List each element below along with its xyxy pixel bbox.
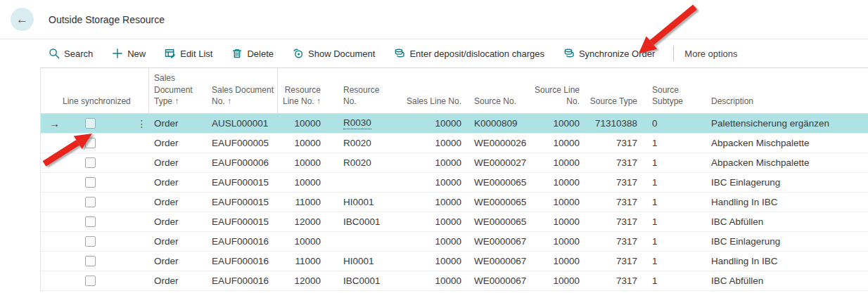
- description-cell[interactable]: IBC Einlagerung: [704, 232, 868, 251]
- resource-line-no-cell[interactable]: 12000: [278, 212, 324, 231]
- source-type-cell[interactable]: 7317: [583, 252, 641, 271]
- sales-document-type-cell[interactable]: Order: [149, 134, 208, 153]
- resource-line-no-cell[interactable]: 10000: [278, 173, 324, 192]
- source-no-cell[interactable]: WE0000065: [465, 212, 530, 231]
- row-ellipsis-icon[interactable]: ⋮: [134, 114, 149, 133]
- sales-line-no-cell[interactable]: 10000: [395, 271, 465, 290]
- sales-document-type-cell[interactable]: Order: [149, 193, 208, 212]
- table-row[interactable]: → ⋮ Order EAUF000006 10000 R0020 10000 W…: [41, 153, 868, 173]
- source-subtype-cell[interactable]: 1: [641, 134, 704, 153]
- source-subtype-cell[interactable]: 1: [641, 252, 704, 271]
- table-row[interactable]: → ⋮ Order AUSL000001 10000 R0030 10000 K…: [41, 114, 868, 134]
- sales-document-no-cell[interactable]: EAUF000016: [208, 232, 278, 251]
- sales-document-type-cell[interactable]: Order: [149, 114, 208, 133]
- sales-document-no-cell[interactable]: AUSL000001: [208, 114, 278, 133]
- source-type-cell[interactable]: 7317: [583, 271, 641, 290]
- line-synchronized-checkbox[interactable]: [85, 197, 96, 207]
- delete-button[interactable]: Delete: [230, 45, 275, 62]
- resource-no-cell[interactable]: IBC0001: [324, 271, 395, 290]
- line-synchronized-checkbox[interactable]: [85, 157, 96, 168]
- sales-line-no-cell[interactable]: 10000: [395, 114, 465, 133]
- table-row[interactable]: → ⋮ Order EAUF000005 10000 R0020 10000 W…: [41, 134, 868, 153]
- sales-document-type-cell[interactable]: Order: [149, 212, 208, 231]
- source-subtype-cell[interactable]: 1: [641, 153, 704, 172]
- source-subtype-cell[interactable]: 0: [641, 114, 704, 133]
- resource-no-cell[interactable]: R0020: [324, 134, 395, 153]
- source-no-cell[interactable]: WE0000067: [465, 271, 530, 290]
- back-button[interactable]: ←: [11, 8, 34, 31]
- description-cell[interactable]: Handling In IBC: [704, 252, 868, 271]
- sales-document-no-cell[interactable]: EAUF000015: [208, 212, 278, 231]
- header-source-line-no[interactable]: Source Line No.: [530, 68, 583, 113]
- header-source-subtype[interactable]: Source Subtype: [641, 68, 704, 113]
- table-row[interactable]: → ⋮ Order EAUF000016 10000 10000 WE00000…: [41, 232, 868, 252]
- source-type-cell[interactable]: 71310388: [583, 114, 641, 133]
- sales-line-no-cell[interactable]: 10000: [395, 173, 465, 192]
- header-resource-no[interactable]: Resource No.: [324, 68, 395, 113]
- sales-document-no-cell[interactable]: EAUF000015: [208, 173, 278, 192]
- description-cell[interactable]: IBC Einlagerung: [704, 173, 868, 192]
- sales-line-no-cell[interactable]: 10000: [395, 193, 465, 212]
- resource-no-cell[interactable]: R0020: [324, 153, 395, 172]
- sales-document-no-cell[interactable]: EAUF000006: [208, 153, 278, 172]
- sales-document-type-cell[interactable]: Order: [149, 271, 208, 290]
- source-type-cell[interactable]: 7317: [583, 212, 641, 231]
- header-source-no[interactable]: Source No.: [465, 68, 530, 113]
- source-line-no-cell[interactable]: 10000: [530, 134, 583, 153]
- source-type-cell[interactable]: 7317: [583, 232, 641, 251]
- sales-line-no-cell[interactable]: 10000: [395, 252, 465, 271]
- source-subtype-cell[interactable]: 1: [641, 212, 704, 231]
- more-options-button[interactable]: More options: [684, 48, 737, 59]
- line-synchronized-checkbox[interactable]: [85, 216, 96, 227]
- sales-document-no-cell[interactable]: EAUF000015: [208, 193, 278, 212]
- source-line-no-cell[interactable]: 10000: [530, 173, 583, 192]
- sales-document-type-cell[interactable]: Order: [149, 232, 208, 251]
- resource-line-no-cell[interactable]: 11000: [278, 193, 324, 212]
- resource-no-cell[interactable]: [324, 232, 395, 251]
- line-synchronized-checkbox[interactable]: [85, 276, 96, 286]
- sales-document-type-cell[interactable]: Order: [149, 173, 208, 192]
- source-subtype-cell[interactable]: 1: [641, 173, 704, 192]
- sales-document-type-cell[interactable]: Order: [149, 252, 208, 271]
- resource-line-no-cell[interactable]: 10000: [278, 114, 324, 133]
- description-cell[interactable]: Abpacken Mischpalette: [704, 153, 868, 172]
- resource-line-no-cell[interactable]: 10000: [278, 153, 324, 172]
- source-no-cell[interactable]: WE0000065: [465, 173, 530, 192]
- resource-no-cell[interactable]: R0030: [324, 114, 395, 133]
- resource-no-link[interactable]: HI0001: [343, 197, 374, 207]
- table-row[interactable]: → ⋮ Order EAUF000016 11000 HI0001 10000 …: [41, 252, 868, 271]
- header-resource-line-no[interactable]: Resource Line No. ↑: [278, 68, 324, 113]
- header-line-synchronized[interactable]: Line synchronized: [63, 68, 134, 113]
- resource-line-no-cell[interactable]: 12000: [278, 271, 324, 290]
- sales-document-no-cell[interactable]: EAUF000016: [208, 252, 278, 271]
- description-cell[interactable]: IBC Abfüllen: [704, 212, 868, 231]
- source-type-cell[interactable]: 7317: [583, 153, 641, 172]
- description-cell[interactable]: Abpacken Mischpalette: [704, 134, 868, 153]
- source-type-cell[interactable]: 7317: [583, 134, 641, 153]
- resource-no-cell[interactable]: [324, 173, 395, 192]
- line-synchronized-checkbox[interactable]: [85, 256, 96, 266]
- sales-line-no-cell[interactable]: 10000: [395, 153, 465, 172]
- sales-line-no-cell[interactable]: 10000: [395, 134, 465, 153]
- source-subtype-cell[interactable]: 1: [641, 271, 704, 290]
- search-button[interactable]: Search: [47, 45, 94, 62]
- source-no-cell[interactable]: K0000809: [465, 114, 530, 133]
- edit-list-button[interactable]: Edit List: [163, 45, 214, 62]
- table-row[interactable]: → ⋮ Order EAUF000016 12000 IBC0001 10000…: [41, 271, 868, 291]
- sales-line-no-cell[interactable]: 10000: [395, 232, 465, 251]
- sales-document-no-cell[interactable]: EAUF000016: [208, 271, 278, 290]
- description-cell[interactable]: Palettensicherung ergänzen: [704, 114, 868, 133]
- source-subtype-cell[interactable]: 1: [641, 232, 704, 251]
- source-subtype-cell[interactable]: 1: [641, 193, 704, 212]
- enter-charges-button[interactable]: Enter deposit/dislocation charges: [392, 45, 546, 62]
- source-no-cell[interactable]: WE0000065: [465, 193, 530, 212]
- resource-no-link[interactable]: HI0001: [343, 256, 374, 266]
- resource-no-link[interactable]: R0020: [343, 138, 371, 148]
- header-sales-document-type[interactable]: Sales Document Type ↑: [149, 68, 208, 113]
- source-line-no-cell[interactable]: 10000: [530, 153, 583, 172]
- resource-line-no-cell[interactable]: 10000: [278, 134, 324, 153]
- line-synchronized-checkbox[interactable]: [85, 138, 96, 148]
- sales-document-type-cell[interactable]: Order: [149, 153, 208, 172]
- source-no-cell[interactable]: WE0000067: [465, 232, 530, 251]
- line-synchronized-checkbox[interactable]: [85, 236, 96, 247]
